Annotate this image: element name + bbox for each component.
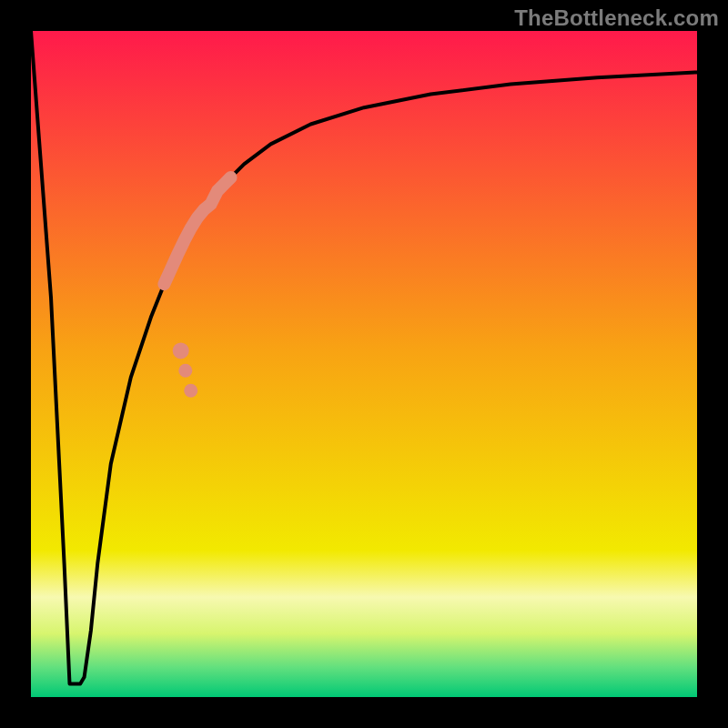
bottleneck-chart: [0, 0, 728, 728]
highlight-dot: [173, 342, 189, 359]
chart-container: TheBottleneck.com: [0, 0, 728, 728]
attribution-label: TheBottleneck.com: [514, 5, 719, 31]
highlight-dot: [184, 384, 197, 398]
highlight-dot: [178, 364, 192, 378]
plot-area: [31, 31, 697, 697]
